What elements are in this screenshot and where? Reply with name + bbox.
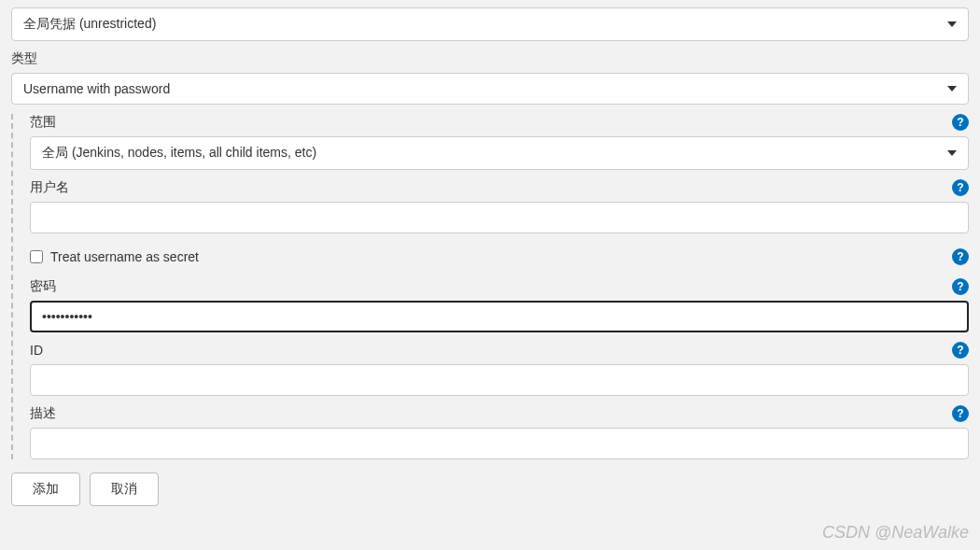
username-input[interactable] <box>30 202 969 233</box>
scope-select[interactable]: 全局 (Jenkins, nodes, items, all child ite… <box>30 136 969 170</box>
description-label: 描述 <box>30 405 56 422</box>
chevron-down-icon <box>947 86 957 92</box>
treat-secret-checkbox[interactable] <box>30 250 43 263</box>
cancel-button[interactable]: 取消 <box>90 472 159 506</box>
password-label: 密码 <box>30 278 56 295</box>
domain-select-value: 全局凭据 (unrestricted) <box>23 16 156 33</box>
help-icon[interactable]: ? <box>952 114 969 131</box>
username-label: 用户名 <box>30 179 69 196</box>
help-icon[interactable]: ? <box>952 342 969 359</box>
help-icon[interactable]: ? <box>952 405 969 422</box>
domain-select[interactable]: 全局凭据 (unrestricted) <box>11 7 969 41</box>
chevron-down-icon <box>947 21 957 27</box>
add-button[interactable]: 添加 <box>11 472 80 506</box>
password-input[interactable] <box>30 301 969 332</box>
type-select-value: Username with password <box>23 81 170 96</box>
id-label: ID <box>30 343 43 358</box>
scope-label: 范围 <box>30 114 56 131</box>
treat-secret-label[interactable]: Treat username as secret <box>50 249 199 264</box>
id-input[interactable] <box>30 364 969 396</box>
scope-select-value: 全局 (Jenkins, nodes, items, all child ite… <box>42 145 316 162</box>
type-label: 类型 <box>11 50 969 67</box>
help-icon[interactable]: ? <box>952 248 969 265</box>
help-icon[interactable]: ? <box>952 278 969 295</box>
description-input[interactable] <box>30 428 969 459</box>
type-select[interactable]: Username with password <box>11 73 969 105</box>
help-icon[interactable]: ? <box>952 179 969 196</box>
chevron-down-icon <box>947 150 957 156</box>
